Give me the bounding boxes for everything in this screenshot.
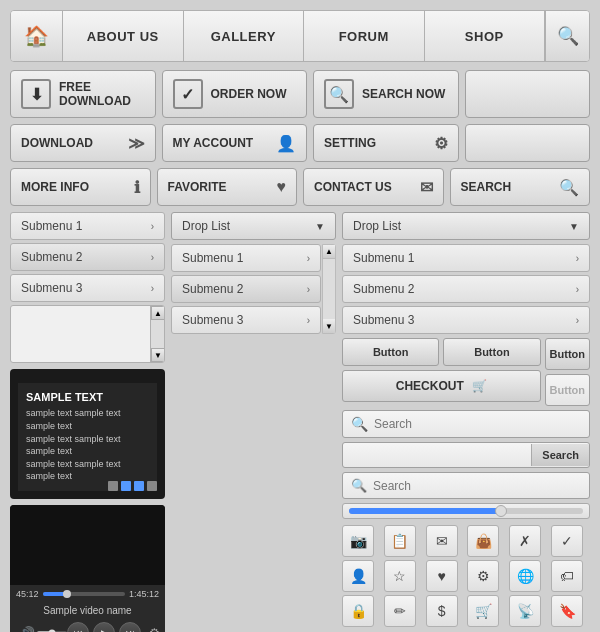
mid-submenu-3[interactable]: Submenu 3 › [171, 306, 321, 334]
icon-check[interactable]: ✓ [551, 525, 583, 557]
button-d-disabled: Button [545, 374, 590, 406]
checkout-button[interactable]: CHECKOUT 🛒 [342, 370, 541, 402]
button-row-2: DOWNLOAD ≫ MY ACCOUNT 👤 SETTING ⚙ [10, 124, 590, 162]
heart-icon: ♥ [277, 178, 287, 196]
search-box-3[interactable]: 🔍 [342, 472, 590, 499]
slider-thumb[interactable] [495, 505, 507, 517]
dropdown-1[interactable]: Drop List ▼ [171, 212, 336, 240]
scroll-down-button[interactable]: ▼ [151, 348, 165, 362]
search-input-2[interactable] [343, 443, 531, 467]
volume-control: 🔊 [20, 626, 67, 632]
right-buttons-area: Button Button CHECKOUT 🛒 [342, 338, 590, 627]
free-download-button[interactable]: ⬇ FREEDOWNLOAD [10, 70, 156, 118]
setting-button[interactable]: SETTING ⚙ [313, 124, 459, 162]
search-button-top[interactable]: SEARCH 🔍 [450, 168, 591, 206]
search-now-label: SEARCH NOW [362, 87, 445, 101]
icon-user[interactable]: 👤 [342, 560, 374, 592]
icon-rss[interactable]: 📡 [509, 595, 541, 627]
mid-submenu-2[interactable]: Submenu 2 › [171, 275, 321, 303]
icon-star[interactable]: ☆ [384, 560, 416, 592]
submenu-item-3[interactable]: Submenu 3 › [10, 274, 165, 302]
download-label: DOWNLOAD [21, 136, 128, 150]
nav-search-icon: 🔍 [557, 25, 579, 47]
slider-track[interactable] [349, 508, 583, 514]
left-column: Submenu 1 › Submenu 2 › Submenu 3 › ▲ ▼ [10, 212, 165, 632]
video-name: Sample video name [16, 602, 159, 619]
icon-cart[interactable]: 🛒 [467, 595, 499, 627]
mid-submenu-wrapper: Submenu 1 › Submenu 2 › Submenu 3 › ▲ ▼ [171, 244, 336, 334]
order-now-label: ORDER NOW [211, 87, 287, 101]
search-input-1[interactable] [374, 417, 581, 431]
nav-search-button[interactable]: 🔍 [545, 11, 589, 61]
icon-heart[interactable]: ♥ [426, 560, 458, 592]
player-left-controls: 🔊 [20, 626, 67, 632]
next-button[interactable]: ⏭ [119, 622, 141, 632]
right-submenu-2[interactable]: Submenu 2 › [342, 275, 590, 303]
mid-submenu-1[interactable]: Submenu 1 › [171, 244, 321, 272]
dropdown-2-label: Drop List [353, 219, 401, 233]
right-submenu-1[interactable]: Submenu 1 › [342, 244, 590, 272]
icon-gear[interactable]: ⚙ [467, 560, 499, 592]
player-time-end: 1:45:12 [129, 589, 159, 599]
lower-area: Submenu 1 › Submenu 2 › Submenu 3 › ▲ ▼ [10, 212, 590, 632]
home-button[interactable]: 🏠 [11, 11, 63, 61]
icon-pencil[interactable]: ✏ [384, 595, 416, 627]
prev-button[interactable]: ⏮ [67, 622, 89, 632]
button-b[interactable]: Button [443, 338, 540, 366]
right-col-right: Button Button [545, 338, 590, 406]
icon-globe[interactable]: 🌐 [509, 560, 541, 592]
nav-forum[interactable]: FORUM [304, 11, 425, 61]
icon-x[interactable]: ✗ [509, 525, 541, 557]
search-now-button[interactable]: 🔍 SEARCH NOW [313, 70, 459, 118]
submenu-item-1[interactable]: Submenu 1 › [10, 212, 165, 240]
favorite-button[interactable]: FAVORITE ♥ [157, 168, 298, 206]
search-box-2[interactable]: Search [342, 442, 590, 468]
search-submit-button[interactable]: Search [531, 444, 589, 466]
search-box-1[interactable]: 🔍 [342, 410, 590, 438]
icon-dollar[interactable]: $ [426, 595, 458, 627]
nav-gallery-label: GALLERY [211, 29, 276, 44]
icon-clipboard[interactable]: 📋 [384, 525, 416, 557]
mid-scroll-up[interactable]: ▲ [323, 245, 335, 259]
button-a[interactable]: Button [342, 338, 439, 366]
button-c[interactable]: Button [545, 338, 590, 370]
more-info-button[interactable]: MORE INFO ℹ [10, 168, 151, 206]
contact-us-button[interactable]: CONTACT US ✉ [303, 168, 444, 206]
nav-shop-label: SHOP [465, 29, 504, 44]
dropdown-1-label: Drop List [182, 219, 230, 233]
right-submenu-2-label: Submenu 2 [353, 282, 414, 296]
my-account-button[interactable]: MY ACCOUNT 👤 [162, 124, 308, 162]
mid-column: Drop List ▼ Submenu 1 › Submenu 2 › Subm… [171, 212, 336, 632]
scroll-box[interactable]: ▲ ▼ [10, 305, 165, 363]
right-btn-row-1: Button Button CHECKOUT 🛒 [342, 338, 590, 406]
nav-shop[interactable]: SHOP [425, 11, 546, 61]
icon-lock[interactable]: 🔒 [342, 595, 374, 627]
video-display: SAMPLE TEXT sample text sample text samp… [10, 369, 165, 499]
search-input-3[interactable] [373, 479, 581, 493]
dropdown-2[interactable]: Drop List ▼ [342, 212, 590, 240]
mid-scroll-down[interactable]: ▼ [323, 319, 335, 333]
submenu-item-2[interactable]: Submenu 2 › [10, 243, 165, 271]
settings-icon[interactable]: ⚙ [149, 626, 160, 632]
blank-button-1[interactable] [465, 70, 591, 118]
icon-tag[interactable]: 🏷 [551, 560, 583, 592]
mid-chevron-3: › [307, 315, 310, 326]
right-submenu-3[interactable]: Submenu 3 › [342, 306, 590, 334]
nav-about-us[interactable]: ABOUT US [63, 11, 184, 61]
video-overlay: SAMPLE TEXT sample text sample text samp… [18, 383, 157, 491]
icon-camera[interactable]: 📷 [342, 525, 374, 557]
mid-chevron-1: › [307, 253, 310, 264]
icon-bag[interactable]: 👜 [467, 525, 499, 557]
download-button[interactable]: DOWNLOAD ≫ [10, 124, 156, 162]
progress-bar[interactable] [43, 592, 125, 596]
nav-about-us-label: ABOUT US [87, 29, 159, 44]
nav-gallery[interactable]: GALLERY [184, 11, 305, 61]
blank-button-2[interactable] [465, 124, 591, 162]
play-button[interactable]: ▶ [93, 622, 115, 632]
fullscreen-icon[interactable]: ⛶ [164, 626, 165, 632]
icon-mail[interactable]: ✉ [426, 525, 458, 557]
scroll-up-button[interactable]: ▲ [151, 306, 165, 320]
icon-bookmark[interactable]: 🔖 [551, 595, 583, 627]
order-now-button[interactable]: ✓ ORDER NOW [162, 70, 308, 118]
right-submenu-3-label: Submenu 3 [353, 313, 414, 327]
